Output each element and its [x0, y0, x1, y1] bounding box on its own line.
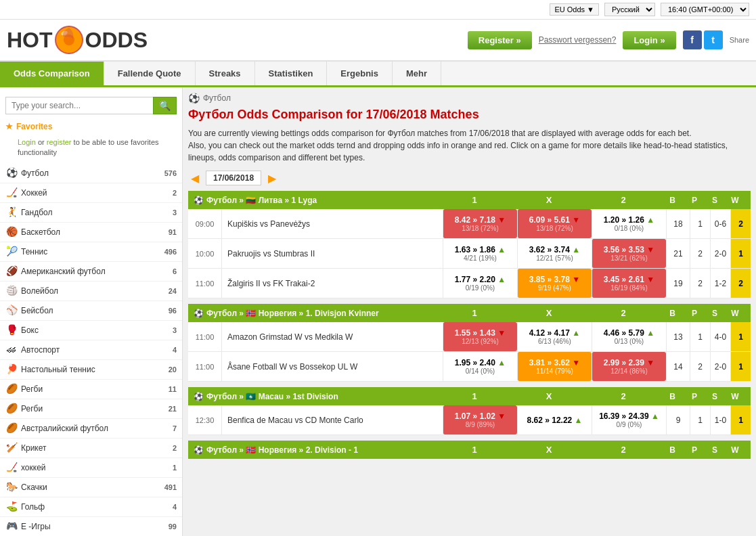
- odds-cell-2[interactable]: 2.99 » 2.39 ▼ 12/14 (86%): [592, 352, 666, 381]
- odds-cell-1[interactable]: 1.95 » 2.40 ▲ 0/14 (0%): [443, 352, 517, 381]
- sidebar-item-tabletennis[interactable]: 🏓 Настольный теннис 20: [0, 360, 182, 380]
- league-title-litva[interactable]: Футбол » 🇱🇹 Литва » 1 Lyga: [206, 196, 437, 205]
- league-title-macau[interactable]: Футбол » 🇲🇴 Macau » 1st Division: [206, 392, 437, 401]
- forgot-password-link[interactable]: Passwort vergessen?: [539, 35, 617, 45]
- cell-p: 1: [690, 322, 710, 351]
- odds-cell-2[interactable]: 16.39 » 24.39 ▲ 0/9 (0%): [592, 405, 666, 434]
- odds-sub-x: 11/14 (79%): [536, 367, 573, 375]
- match-name[interactable]: Amazon Grimstad W vs Medkila W: [222, 322, 443, 351]
- sidebar-count-auto: 4: [173, 346, 177, 354]
- login-link[interactable]: Login: [18, 138, 36, 146]
- match-row[interactable]: 10:00 Pakruojis vs Stumbras II 1.63 » 1.…: [188, 239, 751, 269]
- sidebar-item-rugby1[interactable]: 🏉 Регби 11: [0, 380, 182, 399]
- col-header-p: P: [684, 196, 705, 205]
- sidebar-item-aussie[interactable]: 🏉 Австралийский футбол 7: [0, 419, 182, 439]
- odds-cell-x[interactable]: 3.85 » 3.78 ▼ 9/19 (47%): [517, 269, 592, 298]
- sidebar-item-egames[interactable]: 🎮 Е -Игры 99: [0, 517, 182, 536]
- odds-cell-x[interactable]: 3.81 » 3.62 ▼ 11/14 (79%): [517, 352, 592, 381]
- sidebar-item-boxing[interactable]: 🥊 Бокс 3: [0, 321, 182, 340]
- odds-cell-2[interactable]: 4.46 » 5.79 ▲ 0/13 (0%): [592, 322, 666, 351]
- date-prev-button[interactable]: ◀: [188, 172, 202, 185]
- eu-odds-button[interactable]: EU Odds ▼: [550, 3, 599, 16]
- odds-cell-2[interactable]: 3.56 » 3.53 ▼ 13/21 (62%): [592, 239, 666, 268]
- sidebar-item-icehockey[interactable]: 🏒 хоккей 1: [0, 458, 182, 478]
- sidebar-item-hockey[interactable]: 🏒 Хоккей 2: [0, 183, 182, 203]
- odds-cell-1[interactable]: 1.07 » 1.02 ▼ 8/9 (89%): [443, 405, 517, 434]
- match-name[interactable]: Žalgiris II vs FK Trakai-2: [222, 269, 443, 298]
- match-name[interactable]: Benfica de Macau vs CD Monte Carlo: [222, 405, 443, 434]
- tab-streaks[interactable]: Streaks: [196, 62, 255, 85]
- arrow-up-icon: ▲: [646, 328, 654, 338]
- sidebar-label-hockey: Хоккей: [21, 188, 169, 198]
- match-row[interactable]: 11:00 Žalgiris II vs FK Trakai-2 1.77 » …: [188, 269, 751, 298]
- sidebar-label-boxing: Бокс: [21, 326, 169, 335]
- tab-statistiken[interactable]: Statistiken: [255, 62, 328, 85]
- match-name[interactable]: Pakruojis vs Stumbras II: [222, 239, 443, 268]
- match-time: 11:00: [188, 269, 222, 298]
- sidebar-item-baseball[interactable]: ⚾ Бейсбол 96: [0, 301, 182, 321]
- odds-sub-2: 16/19 (84%): [610, 284, 647, 292]
- sidebar-item-auto[interactable]: 🏎 Автоспорт 4: [0, 340, 182, 360]
- baseball-icon: ⚾: [5, 305, 18, 317]
- sidebar-item-golf[interactable]: ⛳ Гольф 4: [0, 497, 182, 517]
- tab-mehr[interactable]: Mehr: [393, 62, 441, 85]
- match-row[interactable]: 12:30 Benfica de Macau vs CD Monte Carlo…: [188, 405, 751, 435]
- login-button[interactable]: Login »: [623, 31, 675, 49]
- sidebar-item-volleyball[interactable]: 🏐 Волейбол 24: [0, 282, 182, 301]
- match-row[interactable]: 11:00 Amazon Grimstad W vs Medkila W 1.5…: [188, 322, 751, 352]
- sidebar-count-baseball: 96: [169, 307, 177, 315]
- odds-cell-x[interactable]: 6.09 » 5.61 ▼ 13/18 (72%): [517, 209, 592, 238]
- sidebar-item-handball[interactable]: 🤾 Гандбол 3: [0, 203, 182, 223]
- odds-cell-2[interactable]: 3.45 » 2.61 ▼ 16/19 (84%): [592, 269, 666, 298]
- match-row[interactable]: 09:00 Kupiškis vs Panevėžys 8.42 » 7.18 …: [188, 209, 751, 239]
- league-title-norway-w[interactable]: Футбол » 🇳🇴 Норвегия » 1. Divisjon Kvinn…: [206, 309, 437, 318]
- sidebar-item-basketball[interactable]: 🏀 Баскетбол 91: [0, 223, 182, 242]
- sidebar-item-american-football[interactable]: 🏈 Американский футбол 6: [0, 262, 182, 282]
- col-header-2: 2: [586, 391, 661, 401]
- tab-fallende-quote[interactable]: Fallende Quote: [104, 62, 196, 85]
- arrow-down-icon: ▼: [497, 215, 506, 225]
- twitter-icon[interactable]: t: [704, 30, 723, 49]
- match-name[interactable]: Kupiškis vs Panevėžys: [222, 209, 443, 238]
- col-header-1: 1: [437, 445, 512, 455]
- language-select[interactable]: Русский: [604, 3, 655, 16]
- odds-cell-x[interactable]: 4.12 » 4.17 ▲ 6/13 (46%): [517, 322, 592, 351]
- search-input[interactable]: [5, 97, 153, 114]
- match-row[interactable]: 11:00 Åsane Fotball W vs Bossekop UL W 1…: [188, 352, 751, 382]
- col-header-x: X: [512, 445, 586, 455]
- favorites-row[interactable]: ★ Favorites: [0, 118, 182, 135]
- sidebar-count-icehockey: 1: [173, 464, 177, 472]
- facebook-icon[interactable]: f: [683, 30, 702, 49]
- odds-cell-1[interactable]: 8.42 » 7.18 ▼ 13/18 (72%): [443, 209, 517, 238]
- sidebar-item-tennis[interactable]: 🎾 Теннис 496: [0, 242, 182, 262]
- cricket-icon: 🏏: [5, 442, 18, 454]
- volleyball-icon: 🏐: [5, 285, 18, 297]
- odds-cell-1[interactable]: 1.63 » 1.86 ▲ 4/21 (19%): [443, 239, 517, 268]
- handball-icon: 🤾: [5, 206, 18, 219]
- sidebar-item-horse[interactable]: 🐎 Скачки 491: [0, 478, 182, 497]
- sidebar-item-cricket[interactable]: 🏏 Крикет 2: [0, 439, 182, 458]
- register-button[interactable]: Register »: [468, 31, 532, 49]
- register-link[interactable]: register: [47, 138, 72, 146]
- tab-odds-comparison[interactable]: Odds Comparison: [0, 62, 104, 85]
- timezone-select[interactable]: 16:40 (GMT+00:00): [661, 3, 749, 16]
- search-button[interactable]: 🔍: [153, 97, 177, 114]
- tab-ergebnis[interactable]: Ergebnis: [327, 62, 393, 85]
- sidebar-item-rugby2[interactable]: 🏉 Регби 21: [0, 399, 182, 419]
- odds-sub-1: 4/21 (19%): [464, 254, 497, 262]
- match-name[interactable]: Åsane Fotball W vs Bossekop UL W: [222, 352, 443, 381]
- cell-b: 18: [666, 209, 690, 238]
- odds-value-2: 3.56 » 3.53 ▼: [604, 245, 654, 254]
- odds-cell-x[interactable]: 3.62 » 3.74 ▲ 12/21 (57%): [517, 239, 592, 268]
- date-next-button[interactable]: ▶: [265, 172, 279, 185]
- odds-cell-1[interactable]: 1.55 » 1.43 ▼ 12/13 (92%): [443, 322, 517, 351]
- arrow-up-icon: ▲: [646, 215, 654, 225]
- league-block-norway-w: ⚽ Футбол » 🇳🇴 Норвегия » 1. Divisjon Kvi…: [188, 304, 751, 382]
- odds-cell-2[interactable]: 1.20 » 1.26 ▲ 0/18 (0%): [592, 209, 666, 238]
- odds-cell-x[interactable]: 8.62 » 12.22 ▲: [517, 405, 592, 434]
- sidebar-label-horse: Скачки: [21, 483, 161, 492]
- league-title-norway-2[interactable]: Футбол » 🇳🇴 Норвегия » 2. Division - 1: [206, 445, 437, 455]
- sidebar-label-tabletennis: Настольный теннис: [21, 365, 165, 374]
- odds-cell-1[interactable]: 1.77 » 2.20 ▲ 0/19 (0%): [443, 269, 517, 298]
- sidebar-item-soccer[interactable]: ⚽ Футбол 576: [0, 164, 182, 183]
